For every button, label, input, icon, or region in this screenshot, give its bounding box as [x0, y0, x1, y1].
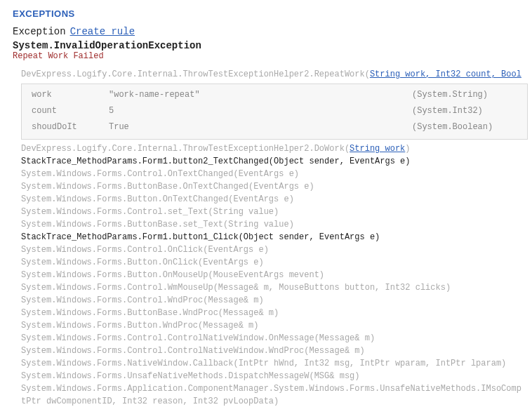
param-value: 5 — [109, 105, 412, 118]
stack-frame-prefix: DevExpress.Logify.Core.Internal.ThrowTes… — [21, 69, 370, 79]
exception-type: System.InvalidOperationException — [13, 40, 519, 51]
param-name: shoudDoIt — [25, 121, 109, 134]
stack-frame: System.Windows.Forms.Control.set_Text(St… — [21, 206, 519, 218]
stack-frame: StackTrace_MethodParams.Form1.button2_Te… — [21, 155, 519, 168]
stack-frame: System.Windows.Forms.ButtonBase.set_Text… — [21, 218, 519, 231]
param-type: (System.Int32) — [412, 105, 524, 118]
stack-frame: System.Windows.Forms.Control.WmMouseUp(M… — [21, 281, 519, 294]
stack-frame: System.Windows.Forms.Application.Compone… — [21, 382, 519, 395]
stack-frame-link[interactable]: String work, Int32 count, Bool — [370, 69, 521, 79]
param-value: True — [109, 121, 412, 134]
exception-message: Repeat Work Failed — [13, 51, 519, 61]
params-table: work"work-name-repeat"(System.String)cou… — [21, 84, 528, 140]
stack-frame-link[interactable]: String work — [350, 144, 405, 154]
section-title: EXCEPTIONS — [13, 8, 519, 19]
stack-frame: System.Windows.Forms.Control.WndProc(Mes… — [21, 294, 519, 307]
param-row: work"work-name-repeat"(System.String) — [22, 87, 527, 103]
create-rule-link[interactable]: Create rule — [70, 26, 135, 37]
stack-frame: System.Windows.Forms.ButtonBase.WndProc(… — [21, 307, 519, 319]
stack-frame-suffix: ) — [405, 144, 410, 154]
param-row: shoudDoItTrue(System.Boolean) — [22, 119, 527, 135]
stack-frame: System.Windows.Forms.Control.OnClick(Eve… — [21, 243, 519, 256]
stack-frame: System.Windows.Forms.NativeWindow.Callba… — [21, 357, 519, 370]
param-name: count — [25, 105, 109, 118]
stack-frame: System.Windows.Forms.Button.OnTextChange… — [21, 193, 519, 206]
param-type: (System.Boolean) — [412, 121, 524, 134]
exception-label: Exception — [13, 26, 66, 37]
param-type: (System.String) — [412, 88, 524, 102]
param-value: "work-name-repeat" — [109, 88, 412, 102]
param-row: count5(System.Int32) — [22, 103, 527, 119]
stack-frame: System.Windows.Forms.UnsafeNativeMethods… — [21, 370, 519, 382]
stack-frame-prefix: DevExpress.Logify.Core.Internal.ThrowTes… — [21, 144, 350, 154]
stack-frame: DevExpress.Logify.Core.Internal.ThrowTes… — [21, 142, 519, 155]
stack-frame: System.Windows.Forms.Button.OnMouseUp(Mo… — [21, 269, 519, 281]
stack-frame: DevExpress.Logify.Core.Internal.ThrowTes… — [21, 68, 519, 81]
param-name: work — [25, 88, 109, 102]
stack-frame: System.Windows.Forms.Button.OnClick(Even… — [21, 256, 519, 269]
stack-frame: StackTrace_MethodParams.Form1.button1_Cl… — [21, 231, 519, 243]
stack-frame: System.Windows.Forms.Control.ControlNati… — [21, 332, 519, 345]
stack-frame: System.Windows.Forms.Button.WndProc(Mess… — [21, 319, 519, 332]
stack-frame: System.Windows.Forms.ButtonBase.OnTextCh… — [21, 180, 519, 193]
stack-frame: tPtr dwComponentID, Int32 reason, Int32 … — [21, 395, 519, 407]
stack-frame: System.Windows.Forms.Control.OnTextChang… — [21, 168, 519, 180]
stack-frame: System.Windows.Forms.Control.ControlNati… — [21, 345, 519, 357]
